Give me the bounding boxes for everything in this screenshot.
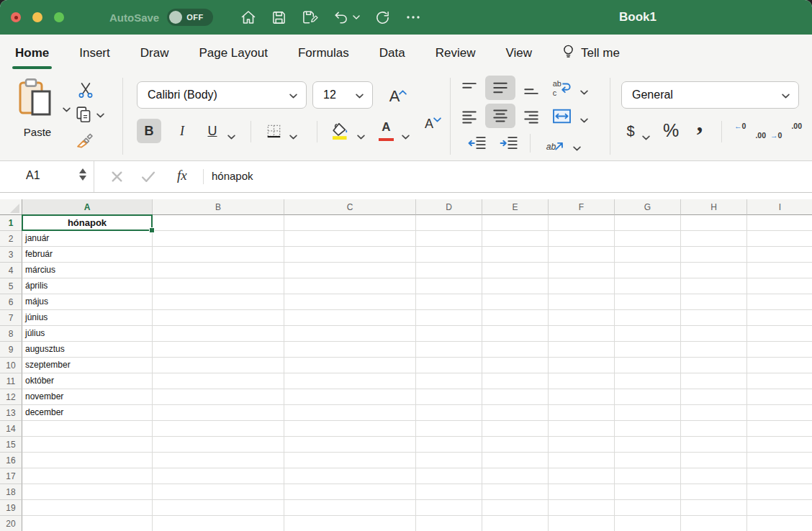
cell-D16[interactable] [416,453,482,468]
cell-F13[interactable] [549,405,615,421]
cell-G16[interactable] [615,453,681,468]
shrink-font-button[interactable]: A [415,109,443,136]
cell-G20[interactable] [615,516,681,531]
align-left-button[interactable] [459,108,479,127]
cell-G11[interactable] [615,373,681,389]
cell-G9[interactable] [615,342,681,358]
cell-C17[interactable] [284,468,416,484]
save-as-icon[interactable] [302,9,318,25]
percent-button[interactable]: % [658,118,684,142]
cell-C20[interactable] [284,516,416,531]
cell-H18[interactable] [681,484,747,500]
cell-A15[interactable] [22,437,153,453]
cell-A17[interactable] [22,468,153,484]
cell-D19[interactable] [416,500,482,516]
cell-B14[interactable] [153,421,284,437]
cell-H7[interactable] [681,310,747,326]
cell-I3[interactable] [747,247,812,263]
currency-chevron-icon[interactable] [642,130,650,143]
cell-C7[interactable] [284,310,416,326]
cell-C8[interactable] [284,326,416,342]
cell-D17[interactable] [416,468,482,484]
cell-C18[interactable] [284,484,416,500]
cell-E3[interactable] [482,247,549,263]
cell-B1[interactable] [153,215,284,231]
cell-I15[interactable] [747,437,812,453]
cell-I17[interactable] [747,468,812,484]
cell-D11[interactable] [416,373,482,389]
row-header-8[interactable]: 8 [0,326,22,342]
cell-F1[interactable] [549,215,615,231]
column-header-B[interactable]: B [153,199,284,215]
cell-H12[interactable] [681,389,747,405]
cell-I9[interactable] [747,342,812,358]
cell-D10[interactable] [416,358,482,373]
name-box[interactable]: A1 [0,161,94,192]
cell-G4[interactable] [615,263,681,278]
row-header-3[interactable]: 3 [0,247,22,263]
row-header-11[interactable]: 11 [0,373,22,389]
cell-F4[interactable] [549,263,615,278]
cell-E2[interactable] [482,231,549,247]
cell-D12[interactable] [416,389,482,405]
column-header-G[interactable]: G [615,199,681,215]
redo-icon[interactable] [375,10,390,25]
cell-G2[interactable] [615,231,681,247]
cell-A5[interactable]: április [22,278,153,294]
cell-I6[interactable] [747,294,812,310]
cell-C2[interactable] [284,231,416,247]
cell-F17[interactable] [549,468,615,484]
cell-B3[interactable] [153,247,284,263]
align-center-button[interactable] [485,104,515,128]
row-header-7[interactable]: 7 [0,310,22,326]
cell-F2[interactable] [549,231,615,247]
cell-F7[interactable] [549,310,615,326]
cell-G6[interactable] [615,294,681,310]
cell-G10[interactable] [615,358,681,373]
cell-A11[interactable]: október [22,373,153,389]
cell-E6[interactable] [482,294,549,310]
tab-formulas[interactable]: Formulas [283,35,364,72]
align-top-button[interactable] [459,79,479,98]
cell-E16[interactable] [482,453,549,468]
column-header-D[interactable]: D [416,199,482,215]
cell-A9[interactable]: augusztus [22,342,153,358]
cell-B6[interactable] [153,294,284,310]
cell-H1[interactable] [681,215,747,231]
row-header-2[interactable]: 2 [0,231,22,247]
cell-I4[interactable] [747,263,812,278]
cell-H20[interactable] [681,516,747,531]
copy-button[interactable] [71,104,109,125]
cell-A2[interactable]: január [22,231,153,247]
column-header-H[interactable]: H [681,199,747,215]
row-header-19[interactable]: 19 [0,500,22,516]
cell-I8[interactable] [747,326,812,342]
tab-data[interactable]: Data [364,35,420,72]
tab-view[interactable]: View [490,35,547,72]
cell-H10[interactable] [681,358,747,373]
cell-B5[interactable] [153,278,284,294]
cell-F9[interactable] [549,342,615,358]
paste-button[interactable]: Paste [9,76,71,153]
cell-I10[interactable] [747,358,812,373]
cell-B18[interactable] [153,484,284,500]
cell-C9[interactable] [284,342,416,358]
undo-chevron-icon[interactable] [353,15,360,19]
cell-D14[interactable] [416,421,482,437]
cell-D5[interactable] [416,278,482,294]
cell-B10[interactable] [153,358,284,373]
cell-H16[interactable] [681,453,747,468]
cell-E18[interactable] [482,484,549,500]
formula-content[interactable]: hónapok [212,170,253,182]
cell-E17[interactable] [482,468,549,484]
cell-I7[interactable] [747,310,812,326]
tab-review[interactable]: Review [420,35,491,72]
increase-indent-button[interactable] [497,134,521,153]
borders-chevron-icon[interactable] [289,130,297,142]
row-header-15[interactable]: 15 [0,437,22,453]
cell-C15[interactable] [284,437,416,453]
cell-F16[interactable] [549,453,615,468]
cell-I18[interactable] [747,484,812,500]
cell-E13[interactable] [482,405,549,421]
cell-A3[interactable]: február [22,247,153,263]
